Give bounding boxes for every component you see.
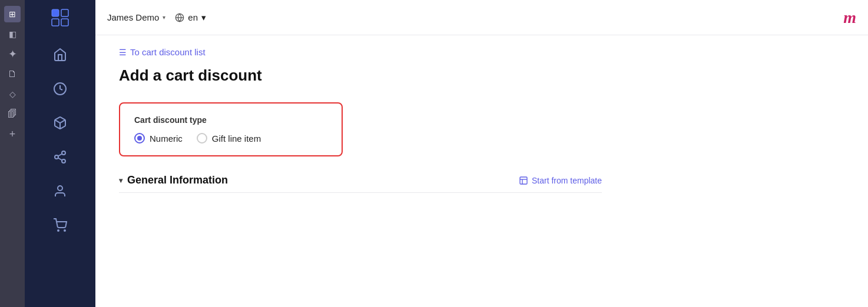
start-from-template-button[interactable]: Start from template — [519, 176, 602, 185]
grid-icon[interactable]: ⊞ — [4, 6, 21, 22]
svg-point-7 — [55, 155, 58, 159]
radio-numeric-circle — [134, 133, 145, 144]
svg-line-10 — [58, 154, 62, 156]
svg-rect-0 — [52, 9, 59, 16]
breadcrumb[interactable]: ☰ To cart discount list — [119, 47, 602, 57]
page-title: Add a cart discount — [119, 66, 602, 85]
svg-point-8 — [62, 159, 65, 163]
sidebar — [25, 0, 95, 307]
svg-point-11 — [58, 186, 62, 191]
breadcrumb-text: To cart discount list — [130, 47, 206, 57]
main-content: James Demo ▾ en ▾ m ☰ To cart discount l… — [95, 0, 868, 307]
section-title[interactable]: ▾ General Information — [119, 174, 228, 186]
globe-icon — [175, 13, 184, 22]
radio-group: Numeric Gift line item — [134, 133, 327, 144]
sidebar-item-cart[interactable] — [37, 211, 84, 240]
radio-gift-circle — [197, 133, 207, 144]
doc-icon-2[interactable]: 🗐 — [4, 106, 21, 122]
svg-point-12 — [58, 230, 59, 231]
store-selector[interactable]: James Demo ▾ — [107, 12, 165, 22]
svg-rect-1 — [61, 9, 68, 16]
sidebar-item-user[interactable] — [37, 176, 84, 206]
svg-rect-2 — [52, 19, 59, 26]
section-title-text: General Information — [127, 174, 228, 186]
template-icon — [519, 176, 528, 185]
radio-gift-line-item[interactable]: Gift line item — [197, 133, 261, 144]
discount-type-card: Cart discount type Numeric Gift line ite… — [119, 102, 343, 156]
svg-rect-16 — [520, 177, 527, 184]
sidebar-item-gauge[interactable] — [37, 74, 84, 104]
store-name: James Demo — [107, 12, 159, 22]
sidebar-item-home[interactable] — [37, 40, 84, 69]
sidebar-logo — [48, 6, 72, 29]
discount-type-label: Cart discount type — [134, 115, 327, 125]
template-action-label: Start from template — [532, 176, 602, 185]
layers-icon[interactable]: ◧ — [4, 26, 21, 42]
general-info-section: ▾ General Information Start from templat… — [119, 174, 602, 186]
lang-chevron-icon: ▾ — [201, 12, 206, 23]
diamond-icon[interactable]: ◇ — [4, 86, 21, 102]
sidebar-item-share[interactable] — [37, 142, 84, 172]
radio-numeric-label: Numeric — [150, 134, 183, 144]
plus-icon[interactable]: + — [4, 126, 21, 142]
section-chevron-icon: ▾ — [119, 176, 122, 185]
svg-point-13 — [64, 230, 65, 231]
content-inner: ☰ To cart discount list Add a cart disco… — [95, 35, 625, 216]
svg-point-6 — [62, 151, 65, 155]
breadcrumb-icon: ☰ — [119, 48, 127, 57]
radio-numeric[interactable]: Numeric — [134, 133, 183, 144]
svg-rect-3 — [61, 19, 68, 26]
sidebar-item-cube[interactable] — [37, 108, 84, 138]
section-divider — [119, 192, 602, 193]
store-chevron-icon: ▾ — [163, 14, 165, 21]
icon-strip: ⊞ ◧ ✦ 🗋 ◇ 🗐 + — [0, 0, 25, 307]
svg-line-9 — [58, 158, 62, 161]
lang-label: en — [188, 12, 198, 22]
lang-selector[interactable]: en ▾ — [175, 12, 206, 23]
header: James Demo ▾ en ▾ m — [95, 0, 868, 35]
doc-icon-1[interactable]: 🗋 — [4, 66, 21, 82]
radio-gift-label: Gift line item — [212, 134, 261, 144]
brand-logo: m — [843, 8, 856, 27]
paint-icon[interactable]: ✦ — [4, 46, 21, 62]
content-area: ☰ To cart discount list Add a cart disco… — [95, 35, 868, 307]
